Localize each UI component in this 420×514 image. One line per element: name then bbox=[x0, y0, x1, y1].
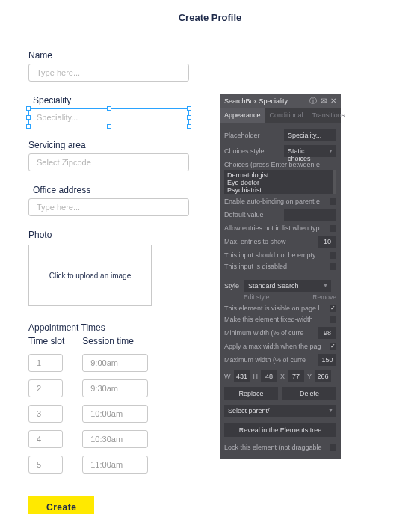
label-not-empty: This input should not be empty bbox=[224, 251, 327, 259]
y-input[interactable]: 266 bbox=[315, 370, 331, 382]
resize-handle[interactable] bbox=[107, 106, 111, 111]
comment-icon[interactable]: ✉ bbox=[321, 97, 327, 105]
label-visible: This element is visible on page l bbox=[224, 305, 327, 312]
time-slot-input[interactable] bbox=[28, 379, 63, 397]
reveal-button[interactable]: Reveal in the Elements tree bbox=[224, 423, 336, 437]
label-min-width: Minimum width (% of curre bbox=[224, 329, 315, 337]
address-input[interactable] bbox=[28, 198, 189, 216]
session-time-input[interactable] bbox=[82, 405, 148, 423]
height-input[interactable]: 48 bbox=[261, 370, 277, 382]
fixed-width-checkbox[interactable] bbox=[330, 316, 336, 323]
placeholder-input[interactable] bbox=[284, 129, 336, 141]
select-parent-value: Select parent/ bbox=[228, 407, 270, 414]
speciality-selected-element[interactable] bbox=[28, 108, 189, 126]
time-slot-input[interactable] bbox=[28, 430, 63, 448]
max-width-input[interactable]: 150 bbox=[318, 354, 336, 366]
min-width-input[interactable]: 98 bbox=[318, 327, 336, 339]
label-disabled: This input is disabled bbox=[224, 263, 327, 270]
replace-button[interactable]: Replace bbox=[224, 387, 278, 400]
choices-textarea[interactable]: Dermatologist Eye doctor Psychiatrist bbox=[224, 170, 336, 194]
session-time-input[interactable] bbox=[82, 430, 148, 448]
visible-checkbox[interactable]: ✓ bbox=[330, 305, 336, 312]
width-input[interactable]: 431 bbox=[234, 370, 250, 382]
label-max-entries: Max. entries to show bbox=[224, 238, 315, 245]
label-name: Name bbox=[28, 50, 392, 61]
label-default-value: Default value bbox=[224, 211, 281, 218]
label-lock: Lock this element (not draggable bbox=[224, 444, 327, 451]
chevron-down-icon: ▼ bbox=[323, 283, 328, 288]
autobind-checkbox[interactable] bbox=[330, 198, 336, 205]
resize-handle[interactable] bbox=[187, 106, 191, 111]
label-fixed-width: Make this element fixed-width bbox=[224, 316, 327, 323]
time-slot-input[interactable] bbox=[28, 405, 63, 423]
apply-max-checkbox[interactable]: ✓ bbox=[330, 343, 336, 350]
label-x: X bbox=[280, 373, 285, 380]
inspector-title: SearchBox Speciality... bbox=[224, 97, 293, 105]
inspector-header[interactable]: SearchBox Speciality... ⓘ ✉ ✕ bbox=[220, 94, 341, 108]
resize-handle[interactable] bbox=[26, 115, 31, 120]
resize-handle[interactable] bbox=[187, 115, 191, 120]
default-value-input[interactable] bbox=[284, 209, 336, 221]
tab-appearance[interactable]: Appearance bbox=[220, 108, 265, 123]
chevron-down-icon: ▼ bbox=[328, 148, 333, 153]
create-button[interactable]: Create bbox=[28, 496, 94, 514]
lock-checkbox[interactable] bbox=[330, 444, 336, 451]
choice-item: Dermatologist bbox=[227, 171, 333, 179]
choice-item: Psychiatrist bbox=[227, 186, 333, 194]
x-input[interactable]: 77 bbox=[288, 370, 304, 382]
name-input[interactable] bbox=[28, 64, 189, 82]
photo-upload[interactable]: Click to upload an image bbox=[28, 245, 152, 306]
not-empty-checkbox[interactable] bbox=[330, 252, 336, 259]
page-title: Create Profile bbox=[0, 0, 420, 23]
label-choices: Choices (press Enter between e bbox=[224, 161, 336, 168]
inspector-tabs: Appearance Conditional Transitions bbox=[220, 108, 341, 123]
session-time-input[interactable] bbox=[82, 379, 148, 397]
resize-handle[interactable] bbox=[26, 124, 31, 129]
label-style: Style bbox=[224, 282, 241, 290]
style-value: Standard Search bbox=[248, 282, 299, 290]
resize-handle[interactable] bbox=[107, 124, 111, 129]
session-time-input[interactable] bbox=[82, 456, 148, 474]
label-allow-entries: Allow entries not in list when typ bbox=[224, 224, 327, 232]
choices-style-value: Static choices bbox=[288, 147, 311, 162]
select-parent-dropdown[interactable]: Select parent/▼ bbox=[224, 405, 336, 417]
zipcode-input[interactable] bbox=[28, 153, 189, 171]
max-entries-input[interactable]: 10 bbox=[318, 236, 336, 248]
time-slot-input[interactable] bbox=[28, 456, 63, 474]
choices-style-select[interactable]: Static choices▼ bbox=[284, 145, 336, 157]
label-w: W bbox=[224, 373, 231, 380]
disabled-checkbox[interactable] bbox=[330, 263, 336, 270]
profile-form: Name Speciality Servicing area Office ad… bbox=[0, 23, 420, 514]
tab-conditional[interactable]: Conditional bbox=[265, 108, 308, 123]
label-time-slot: Time slot bbox=[28, 336, 64, 346]
style-select[interactable]: Standard Search▼ bbox=[244, 280, 331, 292]
label-max-width: Maximum width (% of curre bbox=[224, 356, 315, 364]
delete-button[interactable]: Delete bbox=[282, 387, 336, 400]
tab-transitions[interactable]: Transitions bbox=[308, 108, 350, 123]
scrollbar[interactable] bbox=[333, 170, 336, 194]
label-apply-max: Apply a max width when the pag bbox=[224, 343, 327, 350]
resize-handle[interactable] bbox=[26, 106, 31, 111]
label-h: H bbox=[253, 373, 259, 380]
resize-handle[interactable] bbox=[187, 124, 191, 129]
time-slot-input[interactable] bbox=[28, 354, 63, 372]
chevron-down-icon: ▼ bbox=[328, 408, 333, 413]
allow-entries-checkbox[interactable] bbox=[330, 225, 336, 232]
label-choices-style: Choices style bbox=[224, 147, 281, 155]
choice-item: Eye doctor bbox=[227, 179, 333, 186]
label-y: Y bbox=[307, 373, 312, 380]
close-icon[interactable]: ✕ bbox=[330, 97, 336, 105]
remove-style-link[interactable]: Remove bbox=[312, 293, 336, 301]
element-inspector[interactable]: SearchBox Speciality... ⓘ ✉ ✕ Appearance… bbox=[220, 94, 341, 459]
label-session-time: Session time bbox=[82, 336, 148, 346]
label-autobind: Enable auto-binding on parent e bbox=[224, 198, 327, 205]
session-time-input[interactable] bbox=[82, 354, 148, 372]
edit-style-link[interactable]: Edit style bbox=[244, 293, 270, 301]
info-icon[interactable]: ⓘ bbox=[309, 97, 317, 105]
label-placeholder: Placeholder bbox=[224, 132, 281, 139]
